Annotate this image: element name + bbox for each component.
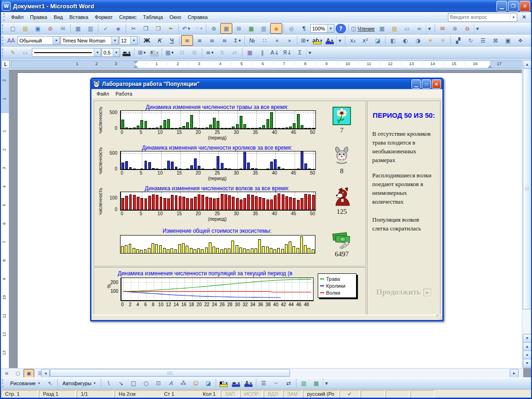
superscript-button[interactable]: x² bbox=[359, 35, 371, 46]
scroll-right-icon[interactable]: ► bbox=[510, 369, 519, 378]
scroll-down-icon[interactable]: ▼ bbox=[523, 334, 532, 343]
picture-line-style-button[interactable]: ☰ bbox=[477, 35, 489, 46]
line-weight-dropdown-icon[interactable]: ▼ bbox=[113, 48, 120, 56]
font-combo[interactable]: Times New Roman▼ bbox=[60, 36, 119, 45]
menu-item-правка[interactable]: Правка bbox=[27, 13, 50, 21]
format-painter-button[interactable]: ✒ bbox=[165, 23, 177, 34]
vertical-scroll-thumb[interactable] bbox=[523, 68, 532, 309]
open-folder-button[interactable]: ▤ bbox=[388, 23, 400, 34]
oval-button[interactable]: ○ bbox=[140, 378, 152, 388]
zoom-in-preview-button[interactable]: ⊕ bbox=[449, 23, 461, 34]
toolbar-grip[interactable] bbox=[2, 379, 5, 387]
research-button[interactable]: ◈ bbox=[112, 23, 124, 34]
borders-button[interactable]: ⊞▼ bbox=[299, 35, 311, 46]
zoom-out-preview-button[interactable]: ⊖ bbox=[461, 23, 473, 34]
line-style-dropdown-icon[interactable]: ▼ bbox=[94, 48, 101, 56]
status-toggle-испр[interactable]: ИСПР bbox=[240, 390, 263, 398]
show-formatting-marks-button[interactable]: ¶ bbox=[298, 23, 310, 34]
scroll-up-icon[interactable]: ▲ bbox=[523, 60, 532, 69]
toolbar-grip[interactable] bbox=[2, 48, 5, 57]
rotate-left-button[interactable]: ↻ bbox=[465, 35, 477, 46]
sort-descending-button[interactable]: Я↓ bbox=[281, 47, 293, 58]
left-indent-marker[interactable] bbox=[133, 65, 138, 68]
clip-art-button[interactable]: ☺ bbox=[190, 378, 202, 388]
drawing-button[interactable]: ◈ bbox=[270, 23, 282, 34]
autosum-button[interactable]: Σ bbox=[294, 47, 306, 58]
permission-button[interactable]: ⊘ bbox=[44, 23, 56, 34]
first-line-indent-marker[interactable] bbox=[133, 61, 138, 64]
cut-button[interactable]: ✂ bbox=[127, 23, 139, 34]
normal-view-button[interactable]: ≡ bbox=[1, 369, 12, 378]
distribute-columns-button[interactable]: ⇄ bbox=[229, 47, 241, 58]
insert-hyperlink-button[interactable]: ⊚ bbox=[208, 23, 220, 34]
decrease-indent-button[interactable]: « bbox=[271, 35, 283, 46]
bullets-button[interactable]: ∷ bbox=[259, 35, 271, 46]
help-button[interactable]: ? bbox=[336, 24, 346, 33]
print-layout-view-button[interactable]: ▣ bbox=[24, 369, 34, 378]
menubar-close-icon[interactable]: ✕ bbox=[522, 14, 526, 20]
spelling-button[interactable]: ✓ bbox=[100, 23, 112, 34]
dialog-menu-item-работа[interactable]: Работа bbox=[112, 90, 135, 97]
dialog-minimize-button[interactable]: ▁ bbox=[411, 79, 421, 89]
image-color-button[interactable]: ◧ bbox=[387, 35, 399, 46]
find-button[interactable]: ∞ bbox=[413, 23, 425, 34]
line-style-combo[interactable]: ▼ bbox=[32, 48, 101, 57]
tab-selector[interactable]: L bbox=[1, 60, 10, 68]
font-size-dropdown-icon[interactable]: ▼ bbox=[130, 36, 137, 44]
line-style-2-button[interactable]: ☰ bbox=[258, 378, 270, 388]
minimize-button[interactable]: ▁ bbox=[496, 1, 507, 12]
distribute-rows-button[interactable]: ⇅ bbox=[216, 47, 228, 58]
outside-border-button[interactable]: ⊞▼ bbox=[136, 47, 148, 58]
style-combo[interactable]: Обычный▼ bbox=[18, 36, 60, 45]
merge-cells-button[interactable]: ⊟ bbox=[176, 47, 188, 58]
toolbar-grip[interactable] bbox=[3, 13, 6, 21]
toolbar-options-5-button[interactable]: ▾ bbox=[306, 47, 314, 58]
toolbar-options-2-button[interactable]: ▾ bbox=[474, 23, 481, 34]
insert-table-2-button[interactable]: ▦▼ bbox=[163, 47, 175, 58]
shadow-style-button[interactable]: ▧ bbox=[298, 378, 310, 388]
line-color-button[interactable]: ✒▼ bbox=[230, 378, 242, 388]
autoshapes-menu-button[interactable]: Автофигуры▼ bbox=[59, 378, 99, 388]
draw-table-button[interactable]: ✎ bbox=[7, 47, 19, 58]
sort-ascending-button[interactable]: А↓ bbox=[269, 47, 281, 58]
insert-excel-table-button[interactable]: ▦ bbox=[245, 23, 257, 34]
browse-select-icon[interactable]: ● bbox=[523, 351, 532, 359]
styles-and-formatting-button[interactable]: АА bbox=[5, 35, 17, 46]
diagram-button[interactable]: ⁂ bbox=[177, 378, 189, 388]
horizontal-ruler[interactable]: 3211·2·3·4·5·6·7·8·9·10·11·12·13·14·15·1… bbox=[11, 60, 523, 68]
copy-button[interactable]: ❐ bbox=[140, 23, 152, 34]
numbering-button[interactable]: № bbox=[246, 35, 258, 46]
status-toggle-зам[interactable]: ЗАМ bbox=[283, 390, 302, 398]
paste-button[interactable]: ❒ bbox=[152, 23, 164, 34]
undo-button[interactable]: ↶▼ bbox=[180, 23, 192, 34]
subscript-button[interactable]: x₂ bbox=[347, 35, 359, 46]
rectangle-button[interactable]: □ bbox=[127, 378, 139, 388]
shading-color-button[interactable]: ◧▼ bbox=[148, 47, 160, 58]
highlight-button[interactable]: ab▼ bbox=[311, 35, 323, 46]
align-center-button[interactable]: ≡ bbox=[193, 35, 206, 46]
line-spacing-button[interactable]: ↕▼ bbox=[231, 35, 243, 46]
set-transparent-color-button[interactable]: ◇ bbox=[527, 35, 532, 46]
zoom-dropdown-icon[interactable]: ▼ bbox=[327, 24, 334, 32]
save-button[interactable]: ▣ bbox=[32, 23, 44, 34]
italic-button[interactable]: К bbox=[153, 35, 165, 46]
border-color-button[interactable]: ✒▼ bbox=[121, 47, 133, 58]
menu-item-формат[interactable]: Формат bbox=[91, 13, 116, 21]
increase-indent-button[interactable]: » bbox=[284, 35, 296, 46]
cell-alignment-button[interactable]: ≡▼ bbox=[204, 47, 216, 58]
dialog-resize-grip[interactable] bbox=[436, 314, 442, 320]
dash-style-button[interactable]: ┄ bbox=[270, 378, 282, 388]
mail-button[interactable]: ✉ bbox=[57, 23, 69, 34]
ask-question-input[interactable] bbox=[448, 14, 510, 20]
less-contrast-button[interactable]: ◑ bbox=[412, 35, 424, 46]
format-picture-button[interactable]: ❖ bbox=[514, 35, 526, 46]
style-dropdown-icon[interactable]: ▼ bbox=[53, 36, 60, 44]
browse-next-icon[interactable]: ▼ bbox=[523, 359, 532, 368]
scroll-left-icon[interactable]: ◄ bbox=[41, 369, 50, 378]
web-layout-view-button[interactable]: ▢ bbox=[12, 369, 23, 378]
select-objects-button[interactable]: ↖ bbox=[44, 378, 56, 388]
dialog-menu-item-файл[interactable]: Файл bbox=[93, 90, 112, 97]
dialog-close-button[interactable]: ✕ bbox=[432, 79, 441, 89]
horizontal-scroll-thumb[interactable] bbox=[50, 369, 290, 377]
columns-button[interactable]: ▥ bbox=[258, 23, 270, 34]
